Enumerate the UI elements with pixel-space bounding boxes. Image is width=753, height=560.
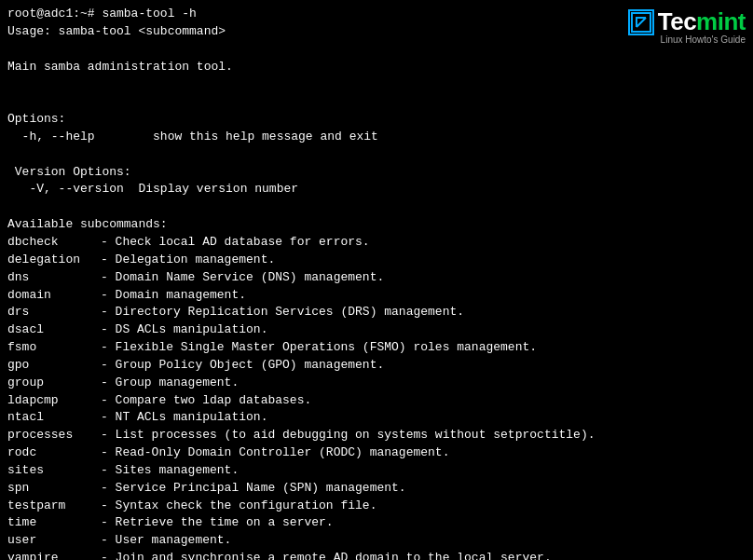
main-desc: Main samba administration tool. (7, 59, 746, 76)
subcommand-desc: - Retrieve the time on a server. (101, 514, 334, 532)
subcommand-name: fsmo (7, 339, 101, 357)
subcommand-name: processes (7, 427, 101, 444)
subcommand-name: delegation (7, 252, 101, 269)
subcommand-name: ldapcmp (7, 392, 101, 410)
list-item: ntacl - NT ACLs manipulation. (7, 409, 746, 427)
subcommand-name: domain (7, 287, 101, 305)
blank-5 (7, 198, 746, 216)
svg-line-1 (637, 18, 646, 27)
subcommand-name: dbcheck (7, 234, 101, 252)
list-item: user - User management. (7, 532, 746, 550)
subcommand-desc: - List processes (to aid debugging on sy… (101, 427, 596, 444)
blank-2 (7, 75, 746, 93)
subcommand-desc: - Domain Name Service (DNS) management. (101, 269, 384, 287)
subcommand-desc: - User management. (101, 532, 231, 550)
blank-4 (7, 146, 746, 164)
list-item: dns - Domain Name Service (DNS) manageme… (7, 269, 746, 287)
list-item: fsmo - Flexible Single Master Operations… (7, 339, 746, 357)
subcommand-name: ntacl (7, 409, 101, 427)
list-item: domain - Domain management. (7, 287, 746, 305)
subcommand-name: drs (7, 304, 101, 321)
subcommand-desc: - Compare two ldap databases. (101, 392, 311, 410)
options-header: Options: (7, 111, 746, 129)
terminal: Tecmint Linux Howto's Guide root@adc1:~#… (0, 0, 753, 560)
blank-3 (7, 93, 746, 111)
subcommand-name: rodc (7, 444, 101, 462)
list-item: drs - Directory Replication Services (DR… (7, 304, 746, 321)
list-item: dbcheck - Check local AD database for er… (7, 234, 746, 252)
subcommand-name: time (7, 514, 101, 532)
subcommand-name: testparm (7, 498, 101, 515)
logo-brand: Tecmint (658, 7, 746, 36)
subcommand-desc: - Directory Replication Services (DRS) m… (101, 304, 464, 321)
subcommand-name: sites (7, 462, 101, 480)
subcommand-name: spn (7, 480, 101, 498)
list-item: group - Group management. (7, 375, 746, 392)
subcommand-desc: - Read-Only Domain Controller (RODC) man… (101, 444, 449, 462)
subcommand-desc: - DS ACLs manipulation. (101, 321, 267, 339)
subcommand-name: dsacl (7, 321, 101, 339)
subcommand-desc: - Sites management. (101, 462, 239, 480)
list-item: delegation - Delegation management. (7, 252, 746, 269)
subcommand-desc: - Group management. (101, 375, 239, 392)
subcommand-desc: - Syntax check the configuration file. (101, 498, 376, 515)
list-item: vampire - Join and synchronise a remote … (7, 550, 746, 560)
list-item: dsacl - DS ACLs manipulation. (7, 321, 746, 339)
subcommand-desc: - Group Policy Object (GPO) management. (101, 357, 384, 375)
subcommand-desc: - Service Principal Name (SPN) managemen… (101, 480, 406, 498)
version-header: Version Options: (7, 164, 746, 182)
subcommand-desc: - Join and synchronise a remote AD domai… (101, 550, 552, 560)
subcommand-name: dns (7, 269, 101, 287)
subcommand-desc: - Flexible Single Master Operations (FSM… (101, 339, 537, 357)
list-item: gpo - Group Policy Object (GPO) manageme… (7, 357, 746, 375)
logo-tec: Tec (658, 7, 696, 35)
subcommands-list: dbcheck - Check local AD database for er… (7, 234, 746, 560)
logo-mint: mint (696, 7, 746, 35)
list-item: sites - Sites management. (7, 462, 746, 480)
logo-icon (628, 9, 654, 35)
list-item: processes - List processes (to aid debug… (7, 427, 746, 444)
logo-icon-svg (631, 12, 651, 33)
version-option: -V, --version Display version number (7, 181, 746, 198)
logo: Tecmint Linux Howto's Guide (628, 7, 746, 45)
list-item: testparm - Syntax check the configuratio… (7, 498, 746, 515)
subcommand-name: user (7, 532, 101, 550)
available-header: Available subcommands: (7, 216, 746, 234)
option-help: -h, --help show this help message and ex… (7, 129, 746, 146)
subcommand-desc: - Domain management. (101, 287, 246, 305)
subcommand-name: vampire (7, 550, 101, 560)
list-item: ldapcmp - Compare two ldap databases. (7, 392, 746, 410)
subcommand-name: group (7, 375, 101, 392)
list-item: rodc - Read-Only Domain Controller (RODC… (7, 444, 746, 462)
list-item: spn - Service Principal Name (SPN) manag… (7, 480, 746, 498)
subcommand-name: gpo (7, 357, 101, 375)
subcommand-desc: - NT ACLs manipulation. (101, 409, 267, 427)
subcommand-desc: - Delegation management. (101, 252, 275, 269)
list-item: time - Retrieve the time on a server. (7, 514, 746, 532)
subcommand-desc: - Check local AD database for errors. (101, 234, 370, 252)
logo-subtitle: Linux Howto's Guide (661, 34, 746, 45)
